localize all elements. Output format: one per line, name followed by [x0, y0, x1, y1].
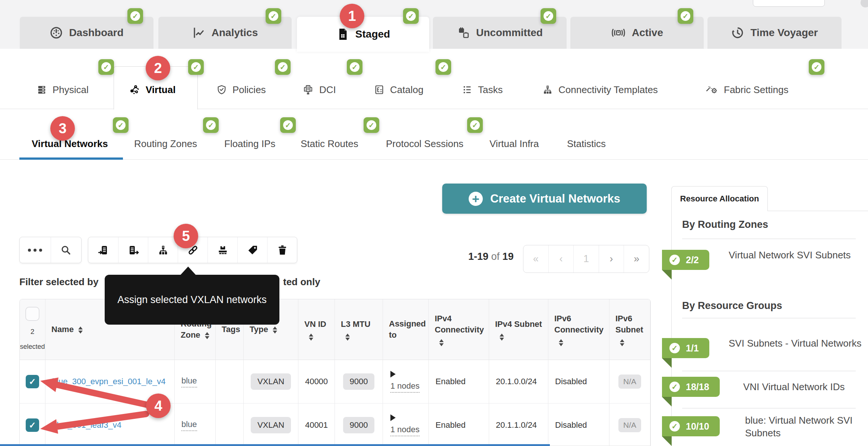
assign-nodes-button[interactable] [148, 237, 178, 263]
sort-icon [78, 326, 83, 334]
virtual-network-link[interactable]: blue_300_evpn_esi_001_le_v4 [52, 377, 166, 386]
ellipsis-icon [28, 249, 42, 252]
check-icon: ✓ [681, 11, 690, 21]
tab-analytics[interactable]: Analytics ✓ [158, 17, 292, 49]
tab-staged[interactable]: Staged ✓ 1 [297, 17, 429, 52]
ribbon-fold [662, 358, 672, 368]
check-icon: ✓ [669, 382, 680, 392]
check-icon: ✓ [269, 11, 278, 21]
expand-arrow-icon[interactable] [390, 414, 396, 421]
column-header-ipv4-subnet[interactable]: IPv4 Subnet [489, 299, 548, 360]
subtab-divider [0, 159, 868, 160]
type-chip: VXLAN [251, 417, 291, 433]
tag-button[interactable] [237, 237, 267, 263]
tab-time-voyager[interactable]: Time Voyager [707, 17, 842, 49]
subtab-protocol-sessions[interactable]: Protocol Sessions [386, 136, 463, 152]
committed-check-badge: ✓ [127, 8, 143, 24]
assigned-to-cell: 1 nodes [383, 360, 429, 404]
check-icon: ✓ [101, 62, 111, 72]
subtab-label: Virtual Infra [490, 138, 539, 150]
check-icon: ✓ [812, 62, 821, 72]
resource-status-ribbon: ✓ 2/2 [662, 250, 709, 270]
last-page-button[interactable]: » [624, 245, 649, 273]
ipv4-subnet-cell: 20.1.0.0/24 [489, 360, 548, 404]
panel-top-border [768, 211, 868, 211]
column-header-vn-id[interactable]: VN ID [298, 299, 335, 360]
next-page-button[interactable]: › [599, 245, 624, 273]
tab-catalog[interactable]: Catalog [374, 80, 424, 99]
subtab-statistics[interactable]: Statistics [567, 136, 606, 152]
subtab-virtual-infra[interactable]: Virtual Infra [490, 136, 539, 152]
assigned-nodes-link[interactable]: 1 nodes [390, 425, 419, 436]
horizontal-scrollbar[interactable] [0, 444, 550, 446]
tab-label: Virtual [146, 84, 175, 96]
routing-zone-link[interactable]: blue [181, 420, 197, 431]
tab-policies[interactable]: Policies [216, 80, 266, 99]
tab-active[interactable]: Active ✓ [570, 17, 704, 49]
row-checkbox-checked[interactable]: ✓ [26, 375, 39, 388]
tab-label: Policies [232, 84, 266, 96]
tab-label: Dashboard [69, 27, 123, 39]
resource-count: 18/18 [686, 382, 709, 392]
subtab-floating-ips[interactable]: Floating IPs [224, 136, 275, 152]
rack-assignment-button[interactable] [208, 237, 237, 263]
selected-word: selected [20, 341, 45, 352]
routing-zone-link[interactable]: blue [181, 376, 197, 388]
committed-check-badge: ✓ [203, 117, 219, 133]
assigned-nodes-link[interactable]: 1 nodes [390, 381, 419, 393]
active-subtab-underline [19, 157, 123, 160]
tab-label: DCI [319, 84, 336, 96]
tab-physical[interactable]: Physical [37, 80, 89, 99]
tab-connectivity-templates[interactable]: Connectivity Templates [542, 80, 658, 99]
resource-status-ribbon: ✓ 10/10 [662, 416, 720, 436]
column-header-l3-mtu[interactable]: L3 MTU [335, 299, 383, 360]
resource-label: VNI Virtual Network IDs [743, 380, 868, 393]
select-all-checkbox[interactable] [25, 307, 39, 321]
expand-arrow-icon[interactable] [390, 371, 396, 377]
l3-mtu-cell: 9000 [335, 404, 383, 446]
sort-icon [273, 326, 277, 334]
first-page-button[interactable]: « [523, 245, 548, 273]
tab-tasks[interactable]: Tasks [462, 80, 503, 99]
export-networks-button[interactable] [118, 237, 148, 263]
row-checkbox-checked[interactable]: ✓ [26, 418, 39, 432]
sort-icon [559, 339, 563, 346]
range-text: 1-19 [468, 251, 488, 262]
delete-button[interactable] [267, 237, 297, 263]
sort-icon [309, 334, 313, 341]
column-header-ipv6-connectivity[interactable]: IPv6 Connectivity [548, 299, 609, 360]
tab-dashboard[interactable]: Dashboard ✓ [20, 17, 153, 49]
column-header-assigned-to[interactable]: Assigned to [383, 299, 429, 360]
column-header-ipv6-subnet[interactable]: IPv6 Subnet [609, 299, 650, 360]
check-icon: ✓ [470, 120, 480, 130]
import-networks-button[interactable] [88, 237, 118, 263]
item-divider [682, 408, 856, 408]
type-cell: VXLAN [244, 404, 298, 446]
ipv4-connectivity-cell: Enabled [429, 404, 489, 446]
subtab-routing-zones[interactable]: Routing Zones [134, 136, 197, 152]
search-icon [60, 245, 72, 256]
resource-count: 2/2 [686, 255, 699, 265]
row-select-cell: ✓ [20, 360, 45, 404]
tab-uncommitted[interactable]: Uncommitted ✓ [433, 17, 567, 49]
committed-check-badge: ✓ [266, 8, 281, 24]
subtab-static-routes[interactable]: Static Routes [301, 136, 358, 152]
prev-page-button[interactable]: ‹ [548, 245, 574, 273]
tab-dci[interactable]: DCI [302, 80, 336, 99]
tab-label: Time Voyager [750, 27, 818, 39]
tab-fabric-settings[interactable]: Fabric Settings [706, 80, 788, 99]
type-cell: VXLAN [244, 360, 298, 404]
search-button[interactable] [51, 237, 82, 263]
uncommitted-cubes-icon [457, 26, 470, 39]
ipv4-connectivity-cell: Enabled [429, 360, 489, 404]
tab-virtual[interactable]: Virtual [129, 80, 175, 99]
create-virtual-networks-button[interactable]: + Create Virtual Networks [442, 184, 647, 214]
resource-allocation-tab[interactable]: Resource Allocation [671, 186, 768, 211]
connectivity-tree-icon [542, 85, 553, 95]
virtual-network-link[interactable]: blue_301_leaf3_v4 [52, 420, 121, 430]
mtu-chip: 9000 [343, 417, 375, 433]
current-page-button[interactable]: 1 [573, 245, 599, 273]
column-header-ipv4-connectivity[interactable]: IPv4 Connectivity [429, 299, 489, 360]
server-stack-icon [37, 85, 47, 95]
more-actions-button[interactable] [20, 237, 51, 263]
